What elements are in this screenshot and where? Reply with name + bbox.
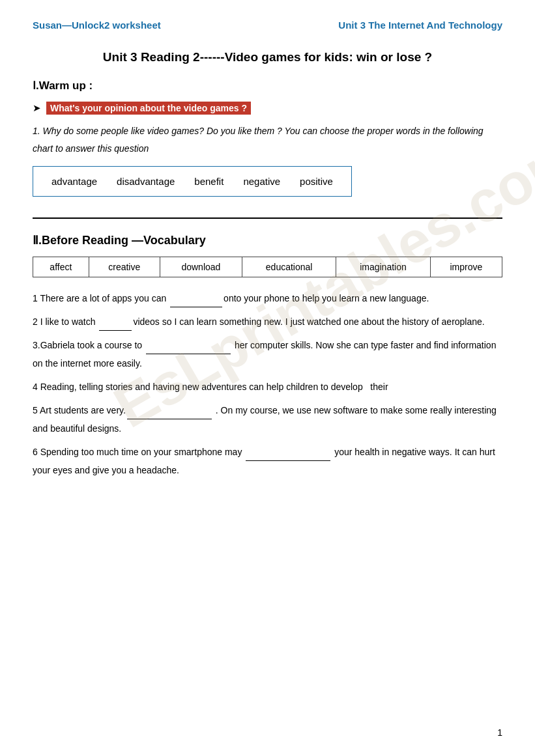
vocab-affect: affect xyxy=(33,257,89,277)
blank-6[interactable] xyxy=(246,451,330,461)
word-box-container: advantage disadvantage benefit negative … xyxy=(33,157,502,203)
vocab-imagination: imagination xyxy=(336,257,430,277)
sentences: 1 There are a lot of apps you can onto y… xyxy=(33,289,502,479)
vocab-improve: improve xyxy=(430,257,502,277)
word-negative: negative xyxy=(243,176,280,187)
header-left: Susan—Unlock2 worksheet xyxy=(33,20,161,31)
question-prompt: ➤ What's your opinion about the video ga… xyxy=(33,102,502,115)
sentence-1: 1 There are a lot of apps you can onto y… xyxy=(33,289,502,307)
page-number: 1 xyxy=(497,727,502,738)
paragraph1: 1. Why do some people like video games? … xyxy=(33,122,502,157)
word-box: advantage disadvantage benefit negative … xyxy=(33,166,352,197)
arrow-icon: ➤ xyxy=(33,102,41,114)
sentence-3: 3.Gabriela took a course to her computer… xyxy=(33,336,502,372)
section1-title: Ⅰ.Warm up : xyxy=(33,79,502,92)
word-benefit: benefit xyxy=(194,176,224,187)
blank-2[interactable] xyxy=(99,320,132,331)
word-disadvantage: disadvantage xyxy=(117,176,175,187)
vocab-creative: creative xyxy=(89,257,160,277)
sentence-6: 6 Spending too much time on your smartph… xyxy=(33,443,502,479)
sentence-5: 5 Art students are very. . On my course,… xyxy=(33,401,502,438)
vocab-educational: educational xyxy=(242,257,336,277)
section1: Ⅰ.Warm up : ➤ What's your opinion about … xyxy=(33,79,502,203)
blank-1[interactable] xyxy=(170,297,222,307)
header-right: Unit 3 The Internet And Technology xyxy=(338,20,502,31)
blank-3[interactable] xyxy=(146,344,231,354)
section-divider xyxy=(33,217,502,219)
section2-title: Ⅱ.Before Reading —Vocabulary xyxy=(33,233,502,247)
highlighted-question: What's your opinion about the video game… xyxy=(46,102,251,115)
word-advantage: advantage xyxy=(51,176,97,187)
vocab-table: affect creative download educational ima… xyxy=(33,257,502,277)
main-title: Unit 3 Reading 2------Video games for ki… xyxy=(33,50,502,64)
word-positive: positive xyxy=(300,176,333,187)
blank-5[interactable] xyxy=(127,409,212,419)
sentence-4: 4 Reading, telling stories and having ne… xyxy=(33,378,502,396)
vocab-download: download xyxy=(160,257,242,277)
section2: Ⅱ.Before Reading —Vocabulary affect crea… xyxy=(33,233,502,479)
vocab-row: affect creative download educational ima… xyxy=(33,257,502,277)
sentence-2: 2 I like to watch videos so I can learn … xyxy=(33,313,502,331)
header: Susan—Unlock2 worksheet Unit 3 The Inter… xyxy=(33,20,502,31)
